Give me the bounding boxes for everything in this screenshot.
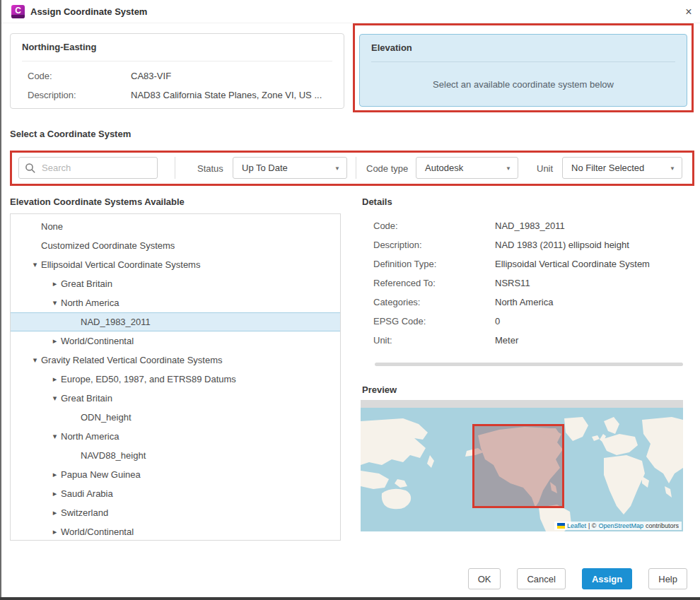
ne-description-value: NAD83 California State Planes, Zone VI, … <box>131 90 322 100</box>
screen-edge-bottom <box>0 597 700 600</box>
tree-item-label: Gravity Related Vertical Coordinate Syst… <box>11 351 340 370</box>
tree-item[interactable]: ▸Saudi Arabia <box>11 484 340 503</box>
tree-item[interactable]: ▸World/Continental <box>11 522 340 541</box>
tree-item[interactable]: ▾North America <box>11 427 340 446</box>
code-type-dropdown[interactable]: Autodesk ▼ <box>416 157 518 179</box>
tree-item[interactable]: ▾Ellipsoidal Vertical Coordinate Systems <box>11 255 340 274</box>
tree-item[interactable]: None <box>11 217 340 236</box>
tree-item[interactable]: Customized Coordinate Systems <box>11 236 340 255</box>
chevron-down-icon: ▼ <box>670 165 675 172</box>
chevron-right-icon[interactable]: ▸ <box>50 503 59 522</box>
chevron-down-icon[interactable]: ▾ <box>50 389 59 408</box>
details-row-label: Referenced To: <box>373 273 436 293</box>
ne-description-label: Description: <box>28 90 76 100</box>
divider <box>22 61 332 61</box>
tree-item[interactable]: ▾Gravity Related Vertical Coordinate Sys… <box>11 351 340 370</box>
tree-item-label: None <box>11 217 340 236</box>
coverage-extent-box <box>472 424 564 508</box>
tree-item-label: North America <box>11 293 340 312</box>
details-row-value: Ellipsoidal Vertical Coordinate System <box>495 254 650 273</box>
details-row: Categories:North America <box>362 293 694 312</box>
tree-item[interactable]: NAD_1983_2011 <box>11 312 340 331</box>
tree-item-label: World/Continental <box>11 331 340 351</box>
assign-button[interactable]: Assign <box>582 568 632 589</box>
divider <box>356 157 356 179</box>
tree-item[interactable]: ▾North America <box>11 293 340 312</box>
tree-item[interactable]: ▸Switzerland <box>11 503 340 522</box>
details-row-label: Description: <box>373 235 422 254</box>
details-row: EPSG Code:0 <box>362 312 694 331</box>
chevron-down-icon[interactable]: ▾ <box>50 293 59 312</box>
attribution-separator: | © <box>588 522 596 529</box>
tree-item[interactable]: ODN_height <box>11 408 340 427</box>
code-type-dropdown-value: Autodesk <box>425 163 463 173</box>
tree-item[interactable]: NAVD88_height <box>11 446 340 465</box>
leaflet-link[interactable]: Leaflet <box>567 522 586 529</box>
details-row-label: EPSG Code: <box>373 312 426 331</box>
tree-item[interactable]: ▸Europe, ED50, 1987, and ETRS89 Datums <box>11 370 340 389</box>
details-rows: Code:NAD_1983_2011Description:NAD 1983 (… <box>362 216 694 350</box>
status-dropdown[interactable]: Up To Date ▼ <box>233 157 347 179</box>
chevron-right-icon[interactable]: ▸ <box>50 484 59 503</box>
search-input[interactable] <box>42 158 155 178</box>
app-icon-band <box>11 15 25 18</box>
chevron-right-icon[interactable]: ▸ <box>50 522 59 541</box>
tree-item-label: Great Britain <box>11 389 340 408</box>
app-icon-letter: C <box>15 6 21 16</box>
search-field[interactable] <box>18 157 158 179</box>
northing-easting-panel: Northing-Easting Code: CA83-VIF Descript… <box>10 33 344 109</box>
elevation-title: Elevation <box>371 42 412 53</box>
tree-item-label: Customized Coordinate Systems <box>11 236 340 255</box>
chevron-right-icon[interactable]: ▸ <box>50 465 59 484</box>
tree-item-label: Switzerland <box>11 503 340 522</box>
unit-dropdown-value: No Filter Selected <box>571 163 644 173</box>
help-button[interactable]: Help <box>648 568 687 589</box>
tree-title: Elevation Coordinate Systems Available <box>10 196 185 207</box>
elevation-message: Select an available coordinate system be… <box>360 79 687 90</box>
elevation-panel[interactable]: Elevation Select an available coordinate… <box>359 34 687 107</box>
chevron-right-icon[interactable]: ▸ <box>50 331 59 351</box>
tree-list: NoneCustomized Coordinate Systems▾Ellips… <box>10 213 341 541</box>
openstreetmap-link[interactable]: OpenStreetMap <box>598 522 643 529</box>
details-row: Code:NAD_1983_2011 <box>362 216 694 235</box>
title-bar: C Assign Coordinate System × <box>1 0 700 23</box>
tree-item-label: Saudi Arabia <box>11 484 340 503</box>
chevron-down-icon[interactable]: ▾ <box>30 255 40 274</box>
map-preview[interactable]: Leaflet | © OpenStreetMap contributors <box>361 400 683 531</box>
tree-item[interactable]: ▾Great Britain <box>11 389 340 408</box>
chevron-right-icon[interactable]: ▸ <box>50 274 59 293</box>
chevron-right-icon[interactable]: ▸ <box>50 370 59 389</box>
details-row-value: NAD_1983_2011 <box>495 216 565 235</box>
tree-item[interactable]: ▸World/Continental <box>11 331 340 351</box>
tree-item-label: Europe, ED50, 1987, and ETRS89 Datums <box>11 370 340 389</box>
assign-coordinate-system-dialog: C Assign Coordinate System × Northing-Ea… <box>0 0 700 600</box>
details-row-value: Meter <box>495 331 518 350</box>
cancel-button[interactable]: Cancel <box>517 568 565 589</box>
chevron-down-icon[interactable]: ▾ <box>50 427 59 446</box>
ok-button[interactable]: OK <box>468 568 501 589</box>
unit-dropdown[interactable]: No Filter Selected ▼ <box>562 157 682 179</box>
chevron-down-icon: ▼ <box>506 165 511 172</box>
tree-item-label: ODN_height <box>11 408 340 427</box>
details-title: Details <box>362 196 392 207</box>
details-row-label: Categories: <box>373 293 420 312</box>
details-row-label: Unit: <box>373 331 392 350</box>
horizontal-scrollbar[interactable] <box>375 363 683 366</box>
details-row-label: Code: <box>373 216 398 235</box>
tree-item[interactable]: ▸Great Britain <box>11 274 340 293</box>
ne-code-value: CA83-VIF <box>131 71 171 81</box>
ne-code-label: Code: <box>28 71 52 81</box>
tree-item-label: NAD_1983_2011 <box>11 313 340 331</box>
northing-easting-title: Northing-Easting <box>22 42 96 52</box>
details-row: Unit:Meter <box>362 331 694 350</box>
tree-item-label: NAVD88_height <box>11 446 340 465</box>
tree-item[interactable]: ▸Papua New Guinea <box>11 465 340 484</box>
chevron-down-icon[interactable]: ▾ <box>30 351 40 370</box>
close-icon[interactable]: × <box>681 4 696 20</box>
tree-item-label: World/Continental <box>11 522 340 541</box>
details-row: Referenced To:NSRS11 <box>362 273 694 293</box>
status-label: Status <box>197 163 223 174</box>
section-title: Select a Coordinate System <box>10 129 131 139</box>
ukraine-flag-icon <box>557 523 565 529</box>
footer-buttons: OKCancelAssignHelp <box>0 568 687 589</box>
